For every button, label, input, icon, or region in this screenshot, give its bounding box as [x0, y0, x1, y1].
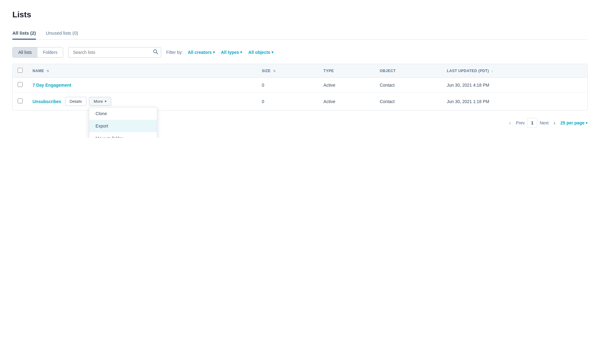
- next-label[interactable]: Next: [540, 120, 549, 125]
- row2-name-cell: Unsubscribes Details More Clone Export M…: [28, 93, 257, 110]
- more-dropdown-menu: Clone Export Move to folder View perform…: [89, 107, 157, 138]
- header-object: OBJECT: [375, 64, 442, 78]
- lists-table-wrapper: NAME ⇅ SIZE ⇅ TYPE OBJECT LAST UPDATED (…: [12, 64, 588, 110]
- svg-line-1: [157, 53, 158, 54]
- row2-checkbox[interactable]: [18, 98, 23, 103]
- row2-type-cell: Active: [319, 93, 375, 110]
- row1-last-updated-cell: Jun 30, 2021 4:18 PM: [442, 78, 587, 93]
- row2-object-cell: Contact: [375, 93, 442, 110]
- more-button[interactable]: More: [89, 97, 111, 106]
- prev-arrow-button[interactable]: ‹: [507, 119, 514, 128]
- row2-name-actions: Unsubscribes Details More Clone Export M…: [33, 97, 252, 106]
- size-sort-icon: ⇅: [273, 69, 276, 73]
- filter-objects-button[interactable]: All objects: [246, 49, 276, 56]
- tab-unused-lists[interactable]: Unused lists (0): [46, 27, 78, 40]
- row2-last-updated-cell: Jun 30, 2021 1:18 PM: [442, 93, 587, 110]
- dropdown-item-move-to-folder[interactable]: Move to folder: [89, 132, 157, 138]
- filter-bar: Filter by: All creators All types All ob…: [166, 49, 276, 56]
- filter-creators-button[interactable]: All creators: [185, 49, 217, 56]
- header-last-updated[interactable]: LAST UPDATED (PDT) ↓: [442, 64, 587, 78]
- header-type: TYPE: [319, 64, 375, 78]
- name-sort-icon: ⇅: [46, 69, 49, 73]
- dropdown-item-export[interactable]: Export: [89, 120, 157, 132]
- select-all-checkbox[interactable]: [18, 68, 23, 73]
- view-all-lists-button[interactable]: All lists: [13, 47, 38, 57]
- table-header-row: NAME ⇅ SIZE ⇅ TYPE OBJECT LAST UPDATED (…: [13, 64, 587, 78]
- row1-type-cell: Active: [319, 78, 375, 93]
- row1-size-cell: 0: [257, 78, 319, 93]
- lists-table: NAME ⇅ SIZE ⇅ TYPE OBJECT LAST UPDATED (…: [13, 64, 587, 110]
- row2-name-link[interactable]: Unsubscribes: [33, 99, 61, 104]
- view-folders-button[interactable]: Folders: [38, 47, 63, 57]
- header-name[interactable]: NAME ⇅: [28, 64, 257, 78]
- header-size[interactable]: SIZE ⇅: [257, 64, 319, 78]
- prev-label[interactable]: Prev: [516, 120, 525, 125]
- filter-types-button[interactable]: All types: [218, 49, 245, 56]
- tabs-container: All lists (2) Unused lists (0): [12, 27, 588, 40]
- per-page-button[interactable]: 25 per page: [560, 120, 588, 125]
- row2-checkbox-cell: [13, 93, 28, 110]
- table-body: 7 Day Engagement 0 Active Contact Jun 30…: [13, 78, 587, 110]
- details-button[interactable]: Details: [65, 97, 87, 106]
- row1-name-link[interactable]: 7 Day Engagement: [33, 83, 71, 88]
- last-updated-sort-icon: ↓: [492, 69, 493, 73]
- current-page: 1: [527, 118, 537, 128]
- row2-size-cell: 0: [257, 93, 319, 110]
- row1-object-cell: Contact: [375, 78, 442, 93]
- search-container: [68, 47, 161, 58]
- filter-label: Filter by:: [166, 50, 183, 55]
- row2-actions: Details More Clone Export Move to folder: [65, 97, 111, 106]
- toolbar: All lists Folders Filter by: All creator…: [12, 47, 588, 58]
- header-checkbox-cell: [13, 64, 28, 78]
- search-icon: [153, 49, 158, 55]
- page-title: Lists: [12, 10, 588, 20]
- row1-checkbox[interactable]: [18, 82, 23, 87]
- view-toggle: All lists Folders: [12, 47, 63, 58]
- more-dropdown-wrapper: More Clone Export Move to folder View pe…: [89, 97, 111, 106]
- row1-name-cell: 7 Day Engagement: [28, 78, 257, 93]
- table-row: Unsubscribes Details More Clone Export M…: [13, 93, 587, 110]
- next-arrow-button[interactable]: ›: [551, 119, 558, 128]
- tab-all-lists[interactable]: All lists (2): [12, 27, 36, 40]
- table-row: 7 Day Engagement 0 Active Contact Jun 30…: [13, 78, 587, 93]
- search-input[interactable]: [68, 47, 161, 58]
- dropdown-item-clone[interactable]: Clone: [89, 107, 157, 120]
- row1-checkbox-cell: [13, 78, 28, 93]
